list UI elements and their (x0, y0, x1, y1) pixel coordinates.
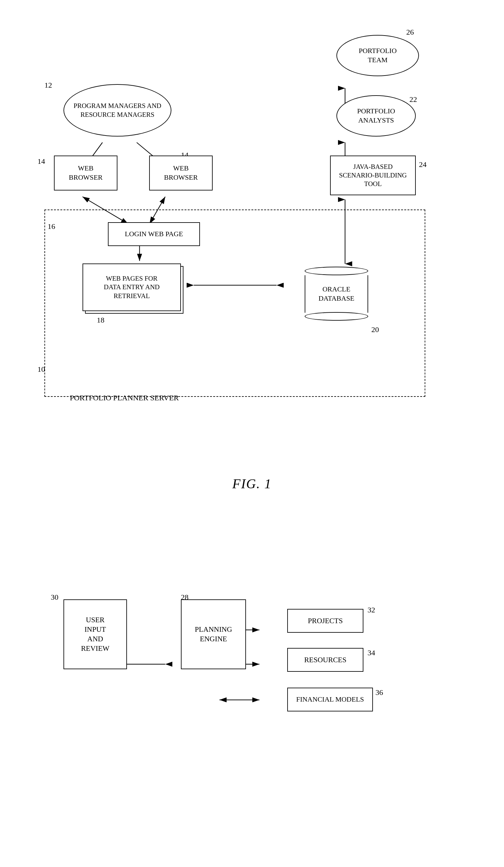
login-page-node: LOGIN WEB PAGE (108, 222, 200, 246)
program-managers-node: PROGRAM MANAGERS AND RESOURCE MANAGERS (64, 84, 171, 137)
planning-engine-node: PLANNING ENGINE (181, 599, 246, 669)
ref-10: 10 (37, 365, 45, 374)
resources-node: RESOURCES (287, 648, 363, 672)
fig2-diagram: 30 USER INPUT AND REVIEW 28 PLANNING ENG… (25, 517, 479, 867)
ref-14-left: 14 (37, 157, 45, 166)
portfolio-analysts-node: PORTFOLIO ANALYSTS (336, 95, 416, 137)
projects-node: PROJECTS (287, 609, 363, 633)
ref-34: 34 (367, 649, 375, 657)
web-browser-2-node: WEB BROWSER (149, 156, 213, 191)
ref-22: 22 (409, 95, 417, 104)
fig1-diagram: 26 PORTFOLIO TEAM 12 PROGRAM MANAGERS AN… (25, 19, 479, 457)
user-input-node: USER INPUT AND REVIEW (64, 599, 127, 669)
financial-models-node: FINANCIAL MODELS (287, 688, 373, 711)
ref-16: 16 (47, 222, 55, 231)
ref-30: 30 (51, 593, 58, 602)
ref-20: 20 (371, 325, 379, 334)
ref-32: 32 (367, 606, 375, 614)
ref-12: 12 (44, 81, 52, 89)
web-pages-node: WEB PAGES FOR DATA ENTRY AND RETRIEVAL (83, 264, 181, 311)
ref-18: 18 (97, 316, 105, 324)
portfolio-team-node: PORTFOLIO TEAM (336, 35, 419, 76)
fig1-label: FIG. 1 (25, 476, 479, 491)
ref-24: 24 (419, 160, 427, 169)
oracle-db-node: ORACLE DATABASE (305, 267, 368, 321)
web-browser-1-node: WEB BROWSER (54, 156, 117, 191)
page: 26 PORTFOLIO TEAM 12 PROGRAM MANAGERS AN… (0, 0, 504, 867)
ref-36: 36 (375, 688, 383, 697)
ref-26: 26 (406, 28, 414, 36)
java-tool-node: JAVA-BASED SCENARIO-BUILDING TOOL (330, 156, 416, 195)
server-label: PORTFOLIO PLANNER SERVER (70, 394, 179, 402)
